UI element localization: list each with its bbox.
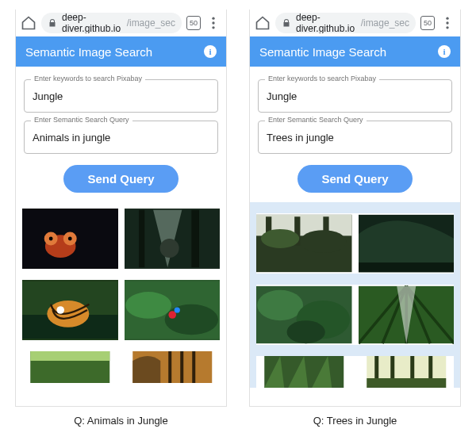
semantic-input[interactable] (25, 121, 217, 153)
semantic-field[interactable]: Enter Semantic Search Query (258, 121, 452, 154)
svg-rect-10 (139, 210, 144, 267)
url-bar[interactable]: deep-diver.github.io/image_sec (275, 13, 416, 33)
result-image[interactable] (256, 356, 352, 388)
result-image[interactable] (359, 213, 455, 274)
svg-point-38 (300, 230, 346, 253)
keywords-field[interactable]: Enter keywords to search Pixabay (258, 79, 452, 113)
semantic-field[interactable]: Enter Semantic Search Query (24, 121, 218, 154)
home-icon[interactable] (21, 15, 36, 31)
lock-icon (282, 18, 291, 28)
svg-point-42 (257, 290, 303, 321)
app-bar: Semantic Image Search i (250, 36, 460, 67)
home-icon[interactable] (255, 15, 271, 31)
results-grid (16, 202, 226, 383)
svg-point-44 (287, 320, 325, 343)
svg-point-37 (261, 229, 299, 248)
svg-point-17 (56, 306, 64, 314)
phone-right: deep-diver.github.io/image_sec 50 Semant… (249, 10, 461, 407)
semantic-label: Enter Semantic Search Query (265, 116, 367, 124)
svg-rect-58 (367, 378, 446, 388)
svg-point-19 (125, 292, 171, 319)
app-title: Semantic Image Search (259, 45, 386, 59)
result-image[interactable] (22, 351, 118, 383)
app-title: Semantic Image Search (25, 45, 152, 59)
result-image[interactable] (256, 285, 352, 345)
send-query-button[interactable]: Send Query (298, 165, 412, 193)
svg-point-7 (49, 237, 53, 241)
svg-rect-26 (168, 351, 171, 383)
more-vert-icon[interactable] (440, 15, 455, 31)
result-image[interactable] (125, 351, 221, 383)
svg-rect-27 (180, 351, 183, 383)
caption-right: Q: Trees in Jungle (313, 415, 397, 427)
url-path: /image_sec (361, 17, 409, 29)
browser-chrome-bar: deep-diver.github.io/image_sec 50 (16, 10, 226, 36)
send-query-button[interactable]: Send Query (63, 165, 178, 193)
result-image[interactable] (256, 213, 352, 274)
phone-left: deep-diver.github.io/image_sec 50 Semant… (15, 10, 227, 407)
more-vert-icon[interactable] (205, 15, 221, 31)
svg-point-29 (446, 17, 448, 20)
results-grid (250, 202, 460, 388)
result-image[interactable] (22, 209, 118, 269)
keywords-input[interactable] (25, 80, 217, 112)
result-image[interactable] (22, 280, 118, 340)
result-image[interactable] (125, 209, 221, 269)
svg-rect-11 (191, 210, 199, 267)
svg-point-13 (159, 239, 178, 258)
svg-point-0 (212, 17, 214, 20)
svg-point-1 (212, 21, 214, 24)
info-icon[interactable]: i (204, 45, 217, 58)
url-bar[interactable]: deep-diver.github.io/image_sec (41, 13, 182, 33)
semantic-label: Enter Semantic Search Query (31, 116, 132, 124)
svg-rect-24 (30, 351, 109, 361)
result-image[interactable] (125, 280, 221, 340)
keywords-input[interactable] (259, 80, 451, 112)
svg-point-30 (446, 21, 448, 24)
svg-point-21 (168, 311, 176, 319)
browser-chrome-bar: deep-diver.github.io/image_sec 50 (250, 10, 460, 36)
url-host: deep-diver.github.io (296, 13, 356, 33)
result-image[interactable] (359, 356, 455, 388)
semantic-input[interactable] (259, 121, 451, 153)
svg-point-22 (174, 307, 179, 312)
app-bar: Semantic Image Search i (16, 36, 226, 67)
caption-left: Q: Animals in Jungle (74, 415, 168, 427)
info-icon[interactable]: i (438, 45, 451, 58)
svg-point-31 (446, 26, 448, 29)
keywords-label: Enter keywords to search Pixabay (31, 75, 145, 82)
svg-point-8 (68, 237, 72, 241)
keywords-field[interactable]: Enter keywords to search Pixabay (24, 79, 218, 113)
svg-point-2 (212, 26, 214, 29)
tab-count[interactable]: 50 (420, 16, 435, 30)
svg-rect-40 (359, 262, 455, 272)
keywords-label: Enter keywords to search Pixabay (265, 75, 379, 82)
lock-icon (48, 18, 57, 28)
svg-rect-28 (192, 351, 195, 383)
url-host: deep-diver.github.io (62, 13, 122, 33)
svg-point-20 (164, 304, 217, 335)
result-image[interactable] (359, 285, 455, 345)
tab-count[interactable]: 50 (186, 16, 201, 30)
url-path: /image_sec (127, 17, 175, 29)
